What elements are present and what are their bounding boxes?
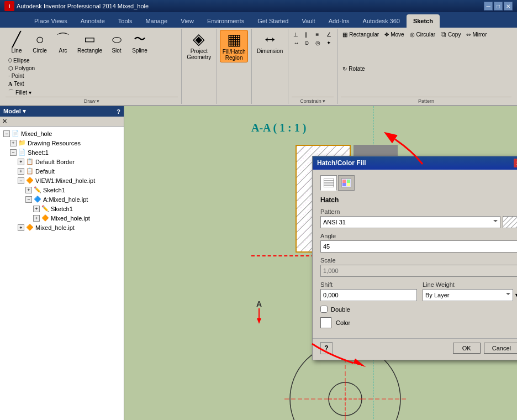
tree-expand-root[interactable]: − [3, 130, 10, 137]
tab-place-views[interactable]: Place Views [28, 14, 74, 28]
arc-label: Arc [59, 48, 67, 54]
tree-item-sheet1[interactable]: − 📄 Sheet:1 [2, 148, 122, 157]
project-geometry-button[interactable]: ◈ ProjectGeometry [184, 30, 213, 61]
canvas-area[interactable]: A-A ( 1 : 1 ) [124, 106, 517, 420]
pattern-select[interactable]: ANSI 31 ANSI 32 ANSI 33 [320, 216, 500, 228]
rotate-button[interactable]: ↻ Rotate [341, 65, 366, 72]
tree-expand-mixed2[interactable]: + [33, 215, 40, 222]
title-bar-controls[interactable]: ─ □ ✕ [484, 2, 513, 11]
tab-sketch[interactable]: Sketch [407, 14, 440, 28]
tree-item-mixed-hole3[interactable]: + 🔶 Mixed_hole.ipt [2, 223, 122, 232]
mirror-button[interactable]: ⇔ Mirror [465, 31, 488, 38]
tree-expand-sketch1a[interactable]: + [25, 187, 32, 193]
point-button[interactable]: · Point [7, 72, 36, 80]
perpendicular-button[interactable]: ⊥ [292, 31, 302, 38]
rectangular-pattern-button[interactable]: ▦ Rectangular [341, 31, 381, 38]
scale-input[interactable] [320, 265, 517, 277]
coincident-button[interactable]: ◎ [314, 39, 324, 46]
circular-pattern-icon: ◎ [410, 32, 415, 38]
tree-item-mixed-hole[interactable]: − 📄 Mixed_hole [2, 129, 122, 138]
tree-label-sketch1a: Sketch1 [43, 187, 65, 193]
title-bar-left: I Autodesk Inventor Professional 2014 Mi… [4, 1, 149, 11]
text-button[interactable]: A Text [7, 80, 36, 87]
circle-button[interactable]: ○ Circle [29, 31, 51, 55]
dimension-button[interactable]: ↔ Dimension [255, 30, 285, 55]
tree-item-default[interactable]: + 📋 Default [2, 166, 122, 176]
tree-item-view1[interactable]: − 🔶 VIEW1:Mixed_hole.ipt [2, 176, 122, 185]
tree-expand-border[interactable]: + [18, 159, 24, 165]
tree-item-drawing-resources[interactable]: + 📁 Drawing Resources [2, 138, 122, 148]
draw-group-label: Draw ▾ [6, 97, 178, 104]
arc-button[interactable]: ⌒ Arc [52, 31, 74, 55]
svg-rect-23 [347, 183, 350, 186]
dialog-tab-color[interactable] [338, 175, 355, 191]
tab-manage[interactable]: Manage [139, 14, 174, 28]
tree-item-a-mixed[interactable]: − 🔷 A:Mixed_hole.ipt [2, 195, 122, 204]
constrain-group-label: Constrain ▾ [292, 97, 334, 104]
double-checkbox[interactable] [320, 306, 328, 313]
tree-expand-view1[interactable]: − [18, 177, 24, 184]
lineweight-select[interactable]: By Layer 0.25mm 0.35mm [423, 289, 513, 301]
angle-input[interactable] [320, 240, 517, 253]
dialog-tab-hatch[interactable] [320, 175, 337, 191]
spline-button[interactable]: 〜 Spline [129, 31, 151, 55]
color-tab-icon [341, 179, 351, 187]
circular-pattern-button[interactable]: ◎ Circular [408, 31, 437, 38]
concentric-button[interactable]: ⊙ [303, 39, 313, 46]
cancel-button[interactable]: Cancel [484, 343, 517, 354]
maximize-button[interactable]: □ [494, 2, 503, 11]
tab-add-ins[interactable]: Add-Ins [322, 14, 356, 28]
tab-tools[interactable]: Tools [112, 14, 139, 28]
tab-environments[interactable]: Environments [201, 14, 251, 28]
dialog-help-button[interactable]: ? [320, 342, 333, 354]
tree-item-default-border[interactable]: + 📋 Default Border [2, 157, 122, 166]
ellipse-button[interactable]: ⬯ Ellipse [7, 56, 36, 64]
copy-button[interactable]: ⿻ Copy [439, 31, 462, 38]
fill-hatch-button[interactable]: ▦ Fill/HatchRegion [220, 30, 249, 62]
tab-annotate[interactable]: Annotate [74, 14, 112, 28]
tree-expand-mixed3[interactable]: + [18, 224, 24, 231]
shift-input[interactable] [320, 289, 417, 301]
minimize-button[interactable]: ─ [484, 2, 493, 11]
tab-get-started[interactable]: Get Started [251, 14, 295, 28]
color-row: Color [320, 317, 517, 328]
tree-expand-default[interactable]: + [18, 168, 24, 175]
equal-button[interactable]: ≡ [314, 31, 324, 38]
tree-expand-a-mixed[interactable]: − [25, 196, 32, 203]
panel-close-button[interactable]: ✕ [2, 118, 7, 125]
dimension-icon: ↔ [262, 31, 278, 48]
panel-help-icon[interactable]: ? [117, 108, 120, 115]
tab-autodesk360[interactable]: Autodesk 360 [356, 14, 407, 28]
tab-view[interactable]: View [174, 14, 201, 28]
rectangle-button[interactable]: ▭ Rectangle [75, 31, 104, 55]
double-label: Double [331, 306, 350, 313]
tree-area: − 📄 Mixed_hole + 📁 Drawing Resources − 📄… [0, 127, 124, 420]
tree-icon-a-mixed: 🔷 [34, 196, 41, 203]
tree-expand-sketch1b[interactable]: + [33, 206, 40, 212]
color-swatch[interactable] [320, 317, 331, 328]
line-button[interactable]: ╱ Line [6, 31, 28, 55]
dialog-close-button[interactable]: ✕ [514, 159, 517, 167]
arc-icon: ⌒ [56, 32, 70, 46]
slot-button[interactable]: ⬭ Slot [105, 31, 128, 55]
lineweight-col: Line Weight By Layer 0.25mm 0.35mm ▼ [423, 281, 517, 301]
polygon-button[interactable]: ⬡ Polygon [7, 65, 36, 72]
horizontal-button[interactable]: ↔ [292, 39, 302, 46]
move-button[interactable]: ✥ Move [383, 31, 405, 38]
fix-button[interactable]: ✦ [325, 39, 335, 46]
tree-expand-drawing[interactable]: + [10, 140, 17, 146]
fillet-button[interactable]: ⌒ Fillet ▾ [7, 88, 36, 97]
tree-expand-sheet1[interactable]: − [10, 149, 17, 156]
ok-button[interactable]: OK [453, 343, 481, 354]
tree-label-mixed3: Mixed_hole.ipt [35, 224, 75, 231]
tab-vault[interactable]: Vault [295, 14, 321, 28]
parallel-button[interactable]: ∥ [303, 31, 313, 38]
tree-item-sketch1b[interactable]: + ✏️ Sketch1 [2, 204, 122, 213]
tree-item-sketch1a[interactable]: + ✏️ Sketch1 [2, 185, 122, 195]
svg-rect-22 [342, 183, 346, 186]
tree-label-sheet1: Sheet:1 [28, 149, 49, 156]
tree-item-mixed-hole2[interactable]: + 🔶 Mixed_hole.ipt [2, 213, 122, 223]
angle-button[interactable]: ∠ [325, 31, 335, 38]
model-panel: Model ▾ ? ✕ − 📄 Mixed_hole + 📁 Drawing R… [0, 106, 124, 420]
close-window-button[interactable]: ✕ [504, 2, 513, 11]
